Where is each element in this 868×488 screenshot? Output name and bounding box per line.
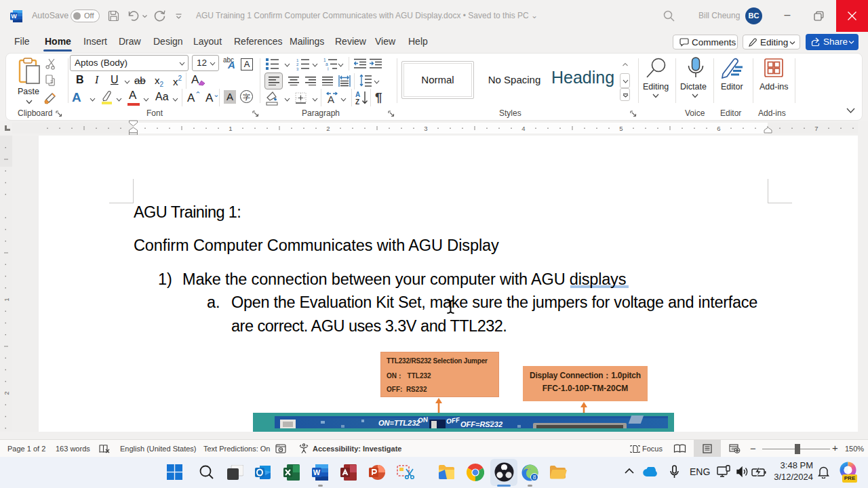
- svg-text:W: W: [313, 468, 321, 476]
- svg-text:1: 1: [3, 298, 10, 301]
- svg-text:8: 8: [533, 474, 536, 481]
- svg-text:2: 2: [3, 391, 10, 394]
